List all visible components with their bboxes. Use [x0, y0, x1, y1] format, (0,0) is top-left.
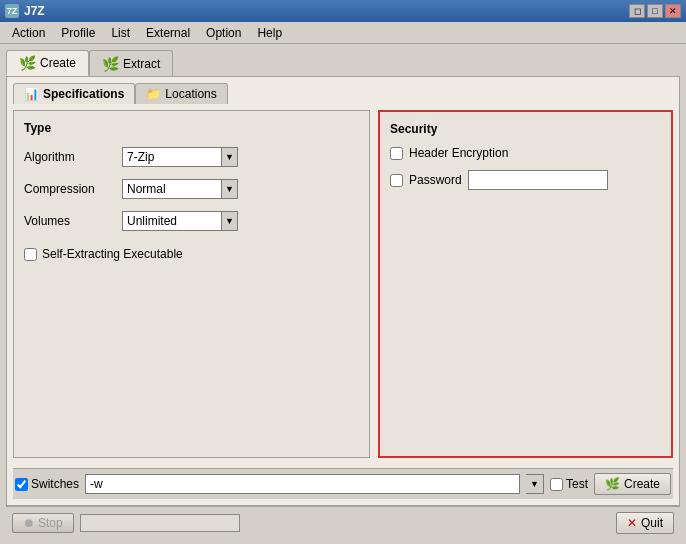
compression-dropdown[interactable]: ▼	[122, 179, 238, 199]
volumes-input[interactable]	[122, 211, 222, 231]
menu-list[interactable]: List	[103, 24, 138, 42]
content-row: Type Algorithm ▼ Compression ▼	[13, 110, 673, 458]
header-encryption-label: Header Encryption	[409, 146, 508, 160]
algorithm-dropdown[interactable]: ▼	[122, 147, 238, 167]
menu-option[interactable]: Option	[198, 24, 249, 42]
compression-row: Compression ▼	[24, 179, 359, 199]
password-input[interactable]	[468, 170, 608, 190]
switches-checkbox-wrapper: Switches	[15, 477, 79, 491]
titlebar-left: 7Z J7Z	[5, 4, 45, 18]
tab-extract[interactable]: 🌿 Extract	[89, 50, 173, 76]
top-tabs: 🌿 Create 🌿 Extract	[6, 50, 680, 76]
algorithm-dropdown-arrow[interactable]: ▼	[222, 147, 238, 167]
compression-dropdown-arrow[interactable]: ▼	[222, 179, 238, 199]
menu-external[interactable]: External	[138, 24, 198, 42]
restore-button[interactable]: ◻	[629, 4, 645, 18]
close-button[interactable]: ✕	[665, 4, 681, 18]
self-extracting-checkbox[interactable]	[24, 248, 37, 261]
test-row: Test	[550, 477, 588, 491]
stop-label: Stop	[38, 516, 63, 530]
tab-create-label: Create	[40, 56, 76, 70]
password-row: Password	[390, 170, 661, 190]
switches-checkbox[interactable]	[15, 478, 28, 491]
window-controls[interactable]: ◻ □ ✕	[629, 4, 681, 18]
volumes-row: Volumes ▼	[24, 211, 359, 231]
password-label: Password	[409, 173, 462, 187]
security-title: Security	[390, 122, 661, 136]
extract-icon: 🌿	[102, 56, 119, 72]
algorithm-label: Algorithm	[24, 150, 114, 164]
stop-button[interactable]: ⏺ Stop	[12, 513, 74, 533]
self-extracting-label: Self-Extracting Executable	[42, 247, 183, 261]
subtab-specifications[interactable]: 📊 Specifications	[13, 83, 135, 104]
subtab-locations-label: Locations	[165, 87, 216, 101]
sub-tabs: 📊 Specifications 📁 Locations	[13, 83, 673, 104]
menu-action[interactable]: Action	[4, 24, 53, 42]
quit-label: Quit	[641, 516, 663, 530]
create-button-icon: 🌿	[605, 477, 620, 491]
locations-icon: 📁	[146, 87, 161, 101]
header-encryption-checkbox[interactable]	[390, 147, 403, 160]
tab-extract-label: Extract	[123, 57, 160, 71]
titlebar: 7Z J7Z ◻ □ ✕	[0, 0, 686, 22]
menu-profile[interactable]: Profile	[53, 24, 103, 42]
app-title: J7Z	[24, 4, 45, 18]
menubar: Action Profile List External Option Help	[0, 22, 686, 44]
subtab-locations[interactable]: 📁 Locations	[135, 83, 227, 104]
volumes-dropdown-arrow[interactable]: ▼	[222, 211, 238, 231]
volumes-label: Volumes	[24, 214, 114, 228]
type-label: Type	[24, 121, 359, 135]
app-icon: 7Z	[5, 4, 19, 18]
maximize-button[interactable]: □	[647, 4, 663, 18]
quit-button[interactable]: ✕ Quit	[616, 512, 674, 534]
main-area: 🌿 Create 🌿 Extract 📊 Specifications 📁 Lo…	[0, 44, 686, 544]
test-checkbox[interactable]	[550, 478, 563, 491]
switches-label: Switches	[31, 477, 79, 491]
stop-icon: ⏺	[23, 516, 35, 530]
create-button[interactable]: 🌿 Create	[594, 473, 671, 495]
security-panel: Security Header Encryption Password	[378, 110, 673, 458]
quit-icon: ✕	[627, 516, 637, 530]
switches-input[interactable]	[85, 474, 520, 494]
specs-icon: 📊	[24, 87, 39, 101]
menu-help[interactable]: Help	[249, 24, 290, 42]
test-label: Test	[566, 477, 588, 491]
password-checkbox[interactable]	[390, 174, 403, 187]
left-panel: Type Algorithm ▼ Compression ▼	[13, 110, 370, 458]
algorithm-input[interactable]	[122, 147, 222, 167]
create-icon: 🌿	[19, 55, 36, 71]
progress-bar	[80, 514, 240, 532]
header-encryption-row: Header Encryption	[390, 146, 661, 160]
switches-bar: Switches ▼ Test 🌿 Create	[13, 468, 673, 499]
footer-bar: ⏺ Stop ✕ Quit	[6, 506, 680, 538]
tab-create[interactable]: 🌿 Create	[6, 50, 89, 76]
switches-dropdown-arrow[interactable]: ▼	[526, 474, 544, 494]
footer-left: ⏺ Stop	[12, 513, 240, 533]
compression-input[interactable]	[122, 179, 222, 199]
self-extracting-row: Self-Extracting Executable	[24, 247, 359, 261]
algorithm-row: Algorithm ▼	[24, 147, 359, 167]
volumes-dropdown[interactable]: ▼	[122, 211, 238, 231]
create-button-label: Create	[624, 477, 660, 491]
inner-panel: 📊 Specifications 📁 Locations Type Algori…	[6, 76, 680, 506]
compression-label: Compression	[24, 182, 114, 196]
subtab-specs-label: Specifications	[43, 87, 124, 101]
